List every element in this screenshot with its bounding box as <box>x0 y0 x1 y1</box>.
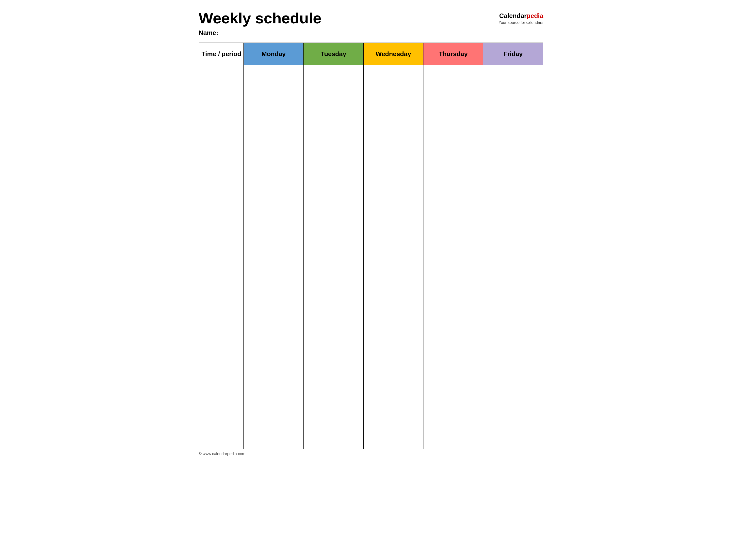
time-cell[interactable] <box>199 257 244 289</box>
schedule-cell[interactable] <box>363 161 423 193</box>
schedule-cell[interactable] <box>244 417 304 449</box>
schedule-cell[interactable] <box>423 97 483 129</box>
schedule-cell[interactable] <box>483 417 543 449</box>
time-cell[interactable] <box>199 225 244 257</box>
schedule-cell[interactable] <box>304 321 363 353</box>
schedule-cell[interactable] <box>244 65 304 97</box>
page-wrapper: Weekly schedule Calendarpedia Your sourc… <box>199 10 543 456</box>
schedule-cell[interactable] <box>244 161 304 193</box>
schedule-cell[interactable] <box>304 353 363 385</box>
time-cell[interactable] <box>199 417 244 449</box>
time-cell[interactable] <box>199 385 244 417</box>
time-cell[interactable] <box>199 353 244 385</box>
time-cell[interactable] <box>199 65 244 97</box>
schedule-cell[interactable] <box>423 321 483 353</box>
table-row <box>199 321 543 353</box>
schedule-cell[interactable] <box>304 97 363 129</box>
schedule-cell[interactable] <box>483 289 543 321</box>
schedule-cell[interactable] <box>244 193 304 225</box>
logo-calendar-text: Calendar <box>499 12 527 19</box>
table-row <box>199 65 543 97</box>
schedule-cell[interactable] <box>244 385 304 417</box>
schedule-cell[interactable] <box>244 129 304 161</box>
schedule-cell[interactable] <box>363 225 423 257</box>
table-row <box>199 225 543 257</box>
schedule-cell[interactable] <box>483 193 543 225</box>
schedule-cell[interactable] <box>244 353 304 385</box>
table-row <box>199 129 543 161</box>
footer: © www.calendarpedia.com <box>199 452 543 456</box>
time-cell[interactable] <box>199 129 244 161</box>
table-row <box>199 97 543 129</box>
schedule-cell[interactable] <box>483 97 543 129</box>
time-cell[interactable] <box>199 97 244 129</box>
schedule-cell[interactable] <box>304 161 363 193</box>
schedule-cell[interactable] <box>423 65 483 97</box>
header-friday: Friday <box>483 43 543 65</box>
schedule-cell[interactable] <box>244 289 304 321</box>
schedule-cell[interactable] <box>244 97 304 129</box>
page-title: Weekly schedule <box>199 10 321 26</box>
schedule-cell[interactable] <box>304 417 363 449</box>
schedule-cell[interactable] <box>363 65 423 97</box>
schedule-cell[interactable] <box>244 257 304 289</box>
schedule-cell[interactable] <box>363 193 423 225</box>
time-cell[interactable] <box>199 161 244 193</box>
header-time: Time / period <box>199 43 244 65</box>
name-label: Name: <box>199 29 543 37</box>
schedule-cell[interactable] <box>363 321 423 353</box>
table-header-row: Time / period Monday Tuesday Wednesday T… <box>199 43 543 65</box>
schedule-cell[interactable] <box>483 353 543 385</box>
footer-text: © www.calendarpedia.com <box>199 452 246 456</box>
logo-pedia-text: pedia <box>527 12 543 19</box>
header-monday: Monday <box>244 43 304 65</box>
schedule-cell[interactable] <box>304 289 363 321</box>
logo-tagline: Your source for calendars <box>498 20 543 25</box>
schedule-cell[interactable] <box>423 129 483 161</box>
schedule-cell[interactable] <box>363 97 423 129</box>
schedule-cell[interactable] <box>244 225 304 257</box>
schedule-cell[interactable] <box>304 385 363 417</box>
schedule-cell[interactable] <box>423 193 483 225</box>
schedule-cell[interactable] <box>363 257 423 289</box>
table-row <box>199 385 543 417</box>
schedule-table: Time / period Monday Tuesday Wednesday T… <box>199 43 543 449</box>
schedule-cell[interactable] <box>304 193 363 225</box>
table-row <box>199 193 543 225</box>
schedule-cell[interactable] <box>244 321 304 353</box>
schedule-cell[interactable] <box>483 129 543 161</box>
schedule-cell[interactable] <box>304 65 363 97</box>
schedule-cell[interactable] <box>363 129 423 161</box>
logo: Calendarpedia <box>498 12 543 20</box>
schedule-cell[interactable] <box>363 289 423 321</box>
logo-area: Calendarpedia Your source for calendars <box>498 10 543 25</box>
schedule-cell[interactable] <box>363 417 423 449</box>
table-row <box>199 417 543 449</box>
time-cell[interactable] <box>199 321 244 353</box>
schedule-cell[interactable] <box>423 353 483 385</box>
schedule-cell[interactable] <box>483 385 543 417</box>
header-tuesday: Tuesday <box>304 43 363 65</box>
schedule-cell[interactable] <box>423 225 483 257</box>
table-row <box>199 257 543 289</box>
schedule-cell[interactable] <box>304 129 363 161</box>
schedule-cell[interactable] <box>304 257 363 289</box>
schedule-cell[interactable] <box>423 289 483 321</box>
schedule-cell[interactable] <box>363 353 423 385</box>
header-row: Weekly schedule Calendarpedia Your sourc… <box>199 10 543 26</box>
schedule-cell[interactable] <box>483 225 543 257</box>
title-area: Weekly schedule <box>199 10 321 26</box>
schedule-cell[interactable] <box>483 161 543 193</box>
schedule-cell[interactable] <box>483 257 543 289</box>
table-row <box>199 353 543 385</box>
schedule-cell[interactable] <box>423 161 483 193</box>
schedule-cell[interactable] <box>483 65 543 97</box>
schedule-cell[interactable] <box>423 257 483 289</box>
time-cell[interactable] <box>199 289 244 321</box>
schedule-cell[interactable] <box>363 385 423 417</box>
schedule-cell[interactable] <box>423 417 483 449</box>
schedule-cell[interactable] <box>304 225 363 257</box>
schedule-cell[interactable] <box>483 321 543 353</box>
time-cell[interactable] <box>199 193 244 225</box>
schedule-cell[interactable] <box>423 385 483 417</box>
